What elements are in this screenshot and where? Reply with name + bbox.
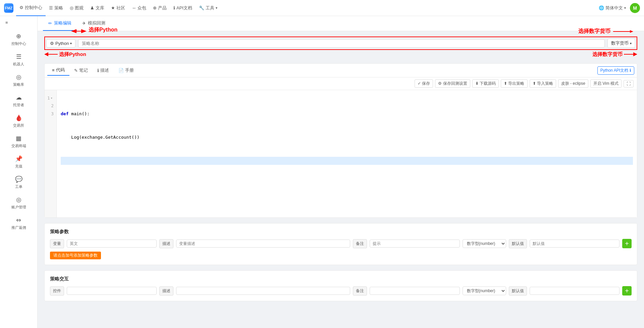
annotation-left: 选择Python <box>75 28 142 35</box>
download-button[interactable]: ⬇ 下载源码 <box>472 79 499 88</box>
line-number-1: 1 ▾ <box>47 94 54 102</box>
interact-remark-label: 备注 <box>353 286 367 296</box>
sidebar-item-account[interactable]: ◎ 账户管理 <box>0 193 37 213</box>
add-interact-button[interactable]: + <box>622 286 632 296</box>
logo-icon: FMZ <box>4 3 13 13</box>
sidebar-item-ticket[interactable]: 💬 工单 <box>0 172 37 193</box>
interact-form-row: 控件 描述 备注 数字型(number) 默认值 + <box>50 286 632 296</box>
variable-input[interactable] <box>67 240 157 248</box>
crowdsource-icon: ↔ <box>132 5 136 10</box>
nav-product[interactable]: ⊕ 产品 <box>150 0 170 16</box>
python-icon: ⚙ <box>50 41 54 46</box>
dashboard-sidebar-icon: ⊕ <box>16 32 21 40</box>
nav-strategy[interactable]: ☰ 策略 <box>46 0 66 16</box>
tab-strategy-edit[interactable]: ✏ 策略编辑 <box>43 16 77 31</box>
fullscreen-button[interactable]: ⛶ <box>624 80 634 87</box>
interact-description-input[interactable] <box>176 287 350 295</box>
svg-marker-6 <box>633 52 637 56</box>
tools-icon: 🔧 <box>199 5 204 10</box>
interact-description-label: 描述 <box>159 286 173 296</box>
sidebar-item-dashboard[interactable]: ⊕ 控制中心 <box>0 29 37 50</box>
sidebar-item-terminal[interactable]: ▦ 交易终端 <box>0 131 37 152</box>
nav-tools[interactable]: 🔧 工具 ▾ <box>196 0 221 16</box>
nav-crowdsource[interactable]: ↔ 众包 <box>128 0 150 16</box>
arrow-right-label: 选择数字货币 <box>592 51 623 58</box>
code-icon: ≡ <box>52 68 55 73</box>
sidebar-item-manager[interactable]: ☁ 托管者 <box>0 90 37 111</box>
avatar[interactable]: M <box>630 3 640 13</box>
library-icon: ♟ <box>90 5 94 10</box>
code-tabs-row: ≡ 代码 ✎ 笔记 ℹ 描述 📄 手册 <box>45 64 637 77</box>
remark-label: 备注 <box>353 239 367 248</box>
community-icon: ★ <box>111 5 115 10</box>
tab-manual[interactable]: 📄 手册 <box>114 65 139 76</box>
interact-remark-input[interactable] <box>370 287 460 295</box>
terminal-sidebar-icon: ▦ <box>16 135 21 142</box>
nav-community[interactable]: ★ 社区 <box>108 0 128 16</box>
backtest-icon: ✈ <box>82 21 86 26</box>
save-button[interactable]: ✓ 保存 <box>415 79 433 88</box>
fullscreen-icon: ⛶ <box>627 81 631 86</box>
export-strategy-button[interactable]: ⬆ 导出策略 <box>501 79 527 88</box>
language-selector[interactable]: 🌐 简体中文 ▾ <box>599 5 626 11</box>
control-input[interactable] <box>67 287 157 295</box>
save-settings-button[interactable]: ⚙ 保存回测设置 <box>435 79 470 88</box>
sidebar: ≡ ⊕ 控制中心 ☰ 机器人 ◎ 策略库 ☁ 托管者 🩸 交易所 ▦ 交易终端 … <box>0 16 38 328</box>
logo[interactable]: FMZ <box>4 3 13 13</box>
interact-default-label: 默认值 <box>509 286 527 296</box>
svg-marker-3 <box>44 52 48 56</box>
sidebar-item-robot[interactable]: ☰ 机器人 <box>0 50 37 70</box>
add-param-button[interactable]: + <box>622 239 632 248</box>
nav-dashboard[interactable]: ⚙ 控制中心 <box>16 0 46 16</box>
code-line-3 <box>61 157 633 165</box>
manager-sidebar-icon: ☁ <box>16 94 22 101</box>
strategylib-sidebar-icon: ◎ <box>16 73 21 81</box>
line-number-3: 3 <box>47 110 54 118</box>
tab-code[interactable]: ≡ 代码 <box>47 65 69 76</box>
interact-default-input[interactable] <box>530 287 620 295</box>
sidebar-item-recharge[interactable]: 📌 充值 <box>0 152 37 172</box>
code-section: ≡ 代码 ✎ 笔记 ℹ 描述 📄 手册 <box>44 63 637 218</box>
line-numbers: 1 ▾ 2 3 <box>45 90 57 217</box>
code-tabs: ≡ 代码 ✎ 笔记 ℹ 描述 📄 手册 <box>47 65 139 76</box>
nav-api[interactable]: ℹ API文档 <box>170 0 196 16</box>
nav-chart[interactable]: ◎ 图观 <box>66 0 87 16</box>
code-editor[interactable]: 1 ▾ 2 3 def main(): Log(exchange.GetAcco… <box>45 90 637 217</box>
toolbar-section: ⚙ Python ▾ 数字货币 ▾ <box>44 37 637 59</box>
account-sidebar-icon: ◎ <box>16 196 21 203</box>
python-doc-button[interactable]: Python API文档 ℹ <box>597 66 634 75</box>
strategy-name-input[interactable] <box>78 39 605 48</box>
vim-mode-button[interactable]: 开启 Vim 模式 <box>590 79 622 88</box>
content-area: ✏ 策略编辑 ✈ 模拟回测 ⚙ Python ▾ <box>38 16 644 328</box>
sidebar-item-promotion[interactable]: ⇔ 推广返佣 <box>0 213 37 234</box>
sidebar-item-exchange[interactable]: 🩸 交易所 <box>0 111 37 131</box>
code-content-area[interactable]: def main(): Log(exchange.GetAccount()) <box>57 90 637 217</box>
tab-description[interactable]: ℹ 描述 <box>93 65 114 76</box>
type-select[interactable]: 数字型(number) 字符串型 布尔型 <box>463 239 506 248</box>
dashboard-icon: ⚙ <box>19 5 23 10</box>
default-input[interactable] <box>530 240 620 248</box>
add-param-hint[interactable]: 请点击加号添加策略参数 <box>50 252 101 259</box>
currency-dropdown[interactable]: 数字货币 ▾ <box>607 39 635 48</box>
strategy-interact-section: 策略交互 控件 描述 备注 数字型(number) 默认 <box>44 270 637 301</box>
svg-marker-2 <box>630 30 633 33</box>
language-dropdown[interactable]: ⚙ Python ▾ <box>46 39 75 48</box>
import-strategy-button[interactable]: ⬆ 导入策略 <box>530 79 556 88</box>
description-icon: ℹ <box>97 68 99 73</box>
skin-button[interactable]: 皮肤 - eclipse <box>558 79 588 88</box>
sidebar-hamburger[interactable]: ≡ <box>0 17 37 28</box>
manual-icon: 📄 <box>118 68 124 73</box>
api-icon: ℹ <box>173 5 175 10</box>
top-nav: FMZ ⚙ 控制中心 ☰ 策略 ◎ 图观 ♟ 文库 ★ 社区 ↔ 众包 ⊕ 产品… <box>0 0 644 16</box>
nav-library[interactable]: ♟ 文库 <box>87 0 108 16</box>
tab-notes[interactable]: ✎ 笔记 <box>69 65 93 76</box>
line-number-2: 2 <box>47 102 54 110</box>
ticket-sidebar-icon: 💬 <box>15 176 22 183</box>
hamburger-icon: ≡ <box>5 20 8 25</box>
remark-input[interactable] <box>370 240 460 248</box>
doc-info-icon: ℹ <box>630 68 631 73</box>
interact-type-select[interactable]: 数字型(number) <box>463 286 506 295</box>
description-input[interactable] <box>176 240 350 248</box>
strategy-interact-title: 策略交互 <box>50 276 632 282</box>
sidebar-item-strategylib[interactable]: ◎ 策略库 <box>0 70 37 90</box>
